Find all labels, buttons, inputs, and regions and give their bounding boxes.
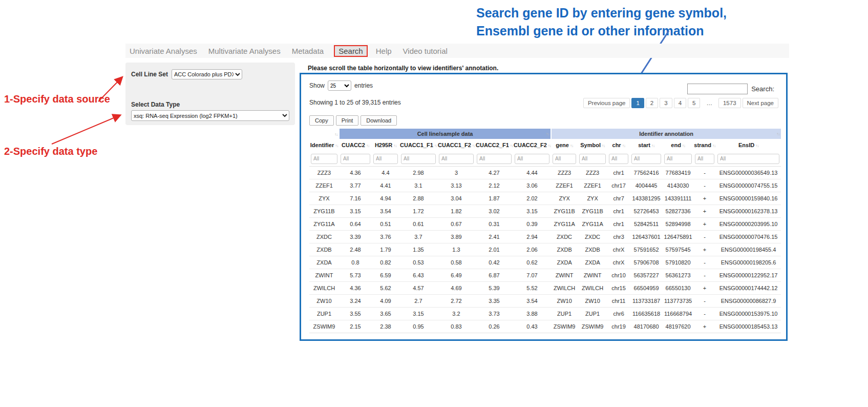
table-cell: ENSG00000162378.13	[716, 205, 781, 217]
column-label: strand	[694, 142, 711, 148]
table-cell: 48170680	[630, 320, 663, 333]
table-cell: 3.15	[339, 205, 372, 217]
download-button[interactable]: Download	[361, 115, 397, 126]
table-row: ZXDA0.80.820.530.580.420.62ZXDAZXDAchrX5…	[309, 256, 781, 269]
column-header-strand[interactable]: strand↑↓	[693, 139, 716, 151]
filter-input-end[interactable]	[664, 154, 692, 164]
filter-input-gene[interactable]	[553, 154, 576, 164]
page-button-2[interactable]: 2	[646, 98, 658, 108]
column-header-cuacc2-f1[interactable]: CUACC2_F1↑↓	[475, 139, 513, 151]
table-cell: -	[693, 307, 716, 320]
column-header-cuacc1-f2[interactable]: CUACC1_F2↑↓	[437, 139, 475, 151]
column-header-symbol[interactable]: Symbol↑↓	[578, 139, 607, 151]
filter-input-start[interactable]	[631, 154, 661, 164]
table-row: ZSWIM92.152.380.950.830.260.43ZSWIM9ZSWI…	[309, 320, 781, 333]
nav-item-univariate-analyses[interactable]: Univariate Analyses	[129, 46, 198, 56]
filter-input-h295r[interactable]	[373, 154, 398, 164]
table-cell: ENSG00000074755.15	[716, 179, 781, 192]
sort-icon: ↑↓	[472, 144, 475, 148]
filter-input-cuacc2-f2[interactable]	[515, 154, 549, 164]
filter-input-ensid[interactable]	[717, 154, 779, 164]
print-button[interactable]: Print	[336, 115, 359, 126]
column-header-gene[interactable]: gene↑↓	[551, 139, 578, 151]
table-cell: 1.79	[372, 243, 399, 256]
table-row: ZYX7.164.942.883.041.872.02ZYXZYXchr7143…	[309, 192, 781, 205]
sort-icon: ↑↓	[546, 132, 549, 136]
filter-input-cuacc2-f1[interactable]	[477, 154, 512, 164]
filter-cell-strand	[693, 151, 716, 166]
table-cell: 5.62	[372, 281, 399, 294]
page-length-select[interactable]: 25	[328, 80, 351, 91]
page-button-1[interactable]: 1	[631, 98, 644, 108]
table-cell: ZYG11A	[551, 217, 578, 230]
table-cell: 116635618	[630, 307, 663, 320]
table-cell: 3.7	[399, 230, 437, 243]
table-cell: ENSG00000159840.16	[716, 192, 781, 205]
next-page-button[interactable]: Next page	[743, 98, 778, 108]
column-label: EnsID	[738, 142, 754, 148]
table-cell: ZUP1	[309, 307, 339, 320]
table-cell: ZUP1	[578, 307, 607, 320]
page-button-1573[interactable]: 1573	[718, 98, 741, 108]
red-arrow-2	[52, 115, 120, 144]
column-label: Symbol	[580, 142, 601, 148]
column-label: Identifier	[310, 142, 334, 148]
table-cell: 0.67	[437, 217, 475, 230]
table-cell: 2.94	[513, 230, 551, 243]
nav-item-multivariate-analyses[interactable]: Multivariate Analyses	[207, 46, 282, 56]
nav-item-metadata[interactable]: Metadata	[291, 46, 325, 56]
table-cell: ZWILCH	[578, 281, 607, 294]
page-button-3[interactable]: 3	[660, 98, 672, 108]
filter-input-cuacc1-f2[interactable]	[439, 154, 474, 164]
filter-input-symbol[interactable]	[579, 154, 606, 164]
table-cell: 3.02	[475, 205, 513, 217]
filter-input-chr[interactable]	[609, 154, 628, 164]
table-cell: 113733187	[630, 294, 663, 307]
page-ellipsis: …	[702, 98, 717, 108]
filter-input-identifier[interactable]	[311, 154, 337, 164]
show-label: Show	[309, 82, 325, 89]
column-header-cuacc2[interactable]: CUACC2↑↓	[339, 139, 372, 151]
table-cell: 0.61	[399, 217, 437, 230]
column-header-h295r[interactable]: H295R↑↓	[372, 139, 399, 151]
filter-cell-identifier	[309, 151, 339, 166]
table-cell: 0.95	[399, 320, 437, 333]
column-header-cuacc2-f2[interactable]: CUACC2_F2↑↓	[513, 139, 551, 151]
table-cell: 2.48	[339, 243, 372, 256]
copy-button[interactable]: Copy	[309, 115, 334, 126]
table-cell: 3.04	[437, 192, 475, 205]
previous-page-button[interactable]: Previous page	[583, 98, 630, 108]
page-button-5[interactable]: 5	[688, 98, 700, 108]
table-cell: -	[693, 166, 716, 179]
column-header-chr[interactable]: chr↑↓	[607, 139, 630, 151]
column-header-end[interactable]: end↑↓	[663, 139, 693, 151]
table-cell: chr15	[607, 281, 630, 294]
control-panel: Cell Line Set ACC Colorado plus PDX Sele…	[125, 63, 295, 125]
page-length-control: Show 25 entries	[309, 80, 373, 91]
table-row: ZYG11A0.640.510.610.670.310.39ZYG11AZYG1…	[309, 217, 781, 230]
table-cell: chr1	[607, 217, 630, 230]
nav-item-help[interactable]: Help	[375, 46, 393, 56]
page-button-4[interactable]: 4	[674, 98, 686, 108]
nav-item-search[interactable]: Search	[334, 45, 368, 57]
column-header-ensid[interactable]: EnsID↑↓	[716, 139, 781, 151]
search-annotation-line1: Search gene ID by entering gene symbol,	[476, 4, 727, 22]
table-cell: 6.59	[372, 269, 399, 281]
table-cell: ZSWIM9	[551, 320, 578, 333]
search-input[interactable]	[687, 84, 748, 94]
sort-icon: ↑↓	[570, 144, 573, 148]
filter-cell-cuacc2-f2	[513, 151, 551, 166]
cell-line-set-select[interactable]: ACC Colorado plus PDX	[172, 69, 242, 79]
table-cell: ZWILCH	[309, 281, 339, 294]
filter-input-cuacc1-f1[interactable]	[401, 154, 436, 164]
table-cell: 4.36	[339, 166, 372, 179]
column-header-identifier[interactable]: Identifier↑↓	[309, 139, 339, 151]
data-type-select[interactable]: xsq: RNA-seq Expression (log2 FPKM+1)	[131, 110, 289, 121]
nav-item-video-tutorial[interactable]: Video tutorial	[402, 46, 449, 56]
column-header-cuacc1-f1[interactable]: CUACC1_F1↑↓	[399, 139, 437, 151]
filter-input-cuacc2[interactable]	[341, 154, 370, 164]
filter-input-strand[interactable]	[695, 154, 714, 164]
column-header-start[interactable]: start↑↓	[630, 139, 663, 151]
table-row: ZZZ34.364.42.9834.274.44ZZZ3ZZZ3chr17756…	[309, 166, 781, 179]
table-row: ZZEF13.774.413.13.132.123.06ZZEF1ZZEF1ch…	[309, 179, 781, 192]
